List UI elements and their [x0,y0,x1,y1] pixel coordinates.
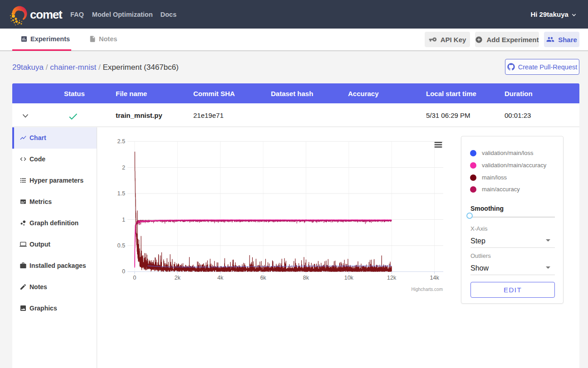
svg-text:2k: 2k [175,275,181,281]
svg-text:2: 2 [122,165,125,171]
svg-text:4k: 4k [217,275,224,281]
svg-text:14k: 14k [430,275,440,281]
svg-text:1: 1 [122,217,125,223]
svg-text:comet: comet [30,8,63,21]
svg-text:6k: 6k [260,275,266,281]
svg-text:1.5: 1.5 [118,190,125,197]
svg-text:12k: 12k [387,275,397,281]
svg-text:0.5: 0.5 [118,242,125,249]
svg-text:8k: 8k [303,275,309,281]
svg-text:10k: 10k [344,275,354,281]
svg-text:0: 0 [122,268,125,275]
svg-text:Highcharts.com: Highcharts.com [412,287,443,292]
svg-text:0: 0 [133,275,136,281]
svg-text:2.5: 2.5 [118,138,125,145]
